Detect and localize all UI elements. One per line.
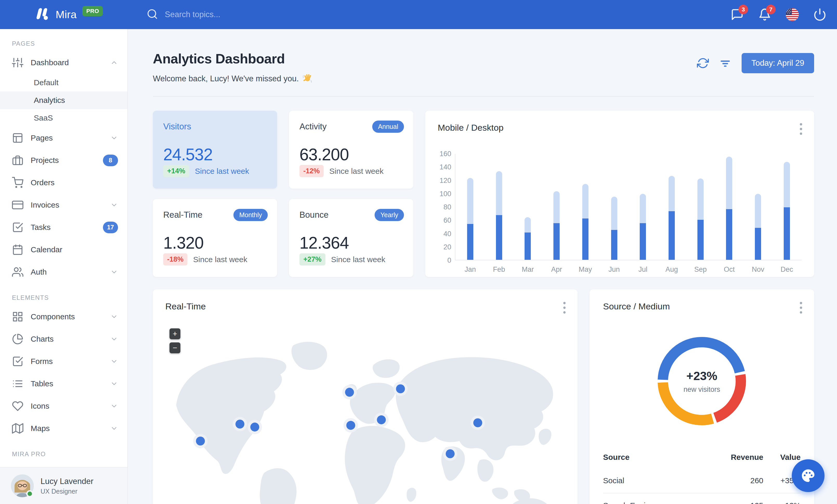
map-marker[interactable] — [377, 415, 386, 424]
sidebar-item-orders[interactable]: Orders — [0, 171, 127, 194]
stat-delta-chip: -12% — [300, 165, 324, 177]
brand[interactable]: Mira PRO — [0, 6, 128, 23]
sidebar-item-projects[interactable]: Projects8 — [0, 149, 127, 171]
sidebar-item-components[interactable]: Components — [0, 305, 127, 328]
theme-settings-fab[interactable] — [792, 459, 824, 492]
chevron-down-icon — [110, 402, 118, 410]
bar-segment-mobile — [669, 211, 675, 260]
search-bar — [147, 8, 730, 21]
x-axis-label: Feb — [493, 265, 505, 274]
wave-emoji-icon — [302, 73, 312, 85]
user-name: Lucy Lavender — [40, 477, 93, 486]
sidebar-subitem-default[interactable]: Default — [0, 74, 127, 91]
sidebar-item-tables[interactable]: Tables — [0, 373, 127, 395]
map-menu-kebab-icon[interactable] — [563, 302, 566, 314]
sidebar-item-label: Invoices — [31, 201, 110, 209]
notifications-count-badge: 7 — [766, 5, 776, 14]
messages-button[interactable]: 3 — [730, 8, 744, 21]
stat-delta-chip: -18% — [163, 253, 188, 265]
y-axis-tick: 20 — [434, 243, 451, 251]
chevron-down-icon — [110, 357, 118, 365]
stat-caption: Since last week — [330, 167, 384, 175]
stat-cards: Visitors24.532+14%Since last weekActivit… — [153, 111, 413, 277]
power-icon — [813, 8, 826, 21]
check-square-icon — [12, 222, 23, 233]
language-flag-button[interactable] — [785, 8, 799, 21]
sidebar-item-label: Pages — [31, 133, 110, 142]
sidebar-item-charts[interactable]: Charts — [0, 328, 127, 350]
search-input[interactable] — [165, 10, 347, 19]
sidebar-item-auth[interactable]: Auth — [0, 261, 127, 283]
stat-delta-chip: +14% — [163, 165, 189, 177]
logout-button[interactable] — [813, 8, 826, 21]
bar-mar: Mar — [524, 154, 531, 260]
sidebar-item-label: Auth — [31, 267, 110, 276]
world-map[interactable] — [153, 320, 577, 504]
heart-icon — [12, 400, 23, 412]
chevron-down-icon — [110, 313, 118, 321]
page-subtitle: Welcome back, Lucy! We've missed you. — [153, 73, 312, 85]
bar-segment-mobile — [784, 207, 790, 260]
list-icon — [12, 378, 23, 389]
y-axis-tick: 100 — [434, 190, 451, 198]
map-marker[interactable] — [345, 388, 354, 397]
sidebar-item-badge: 17 — [103, 222, 118, 233]
top-navbar: Mira PRO 3 7 — [0, 0, 837, 29]
sidebar-item-pages[interactable]: Pages — [0, 127, 127, 149]
sidebar-user[interactable]: Lucy Lavender UX Designer — [0, 467, 127, 504]
map-zoom-in-button[interactable]: + — [170, 329, 180, 339]
sidebar-subitem-analytics[interactable]: Analytics — [0, 91, 127, 109]
map-marker[interactable] — [235, 419, 244, 428]
map-zoom-out-button[interactable]: − — [170, 342, 180, 353]
sidebar-item-forms[interactable]: Forms — [0, 350, 127, 373]
map-marker[interactable] — [446, 449, 455, 458]
refresh-icon[interactable] — [697, 57, 709, 69]
date-button[interactable]: Today: April 29 — [742, 53, 814, 73]
map-marker[interactable] — [250, 423, 259, 431]
map-icon — [12, 423, 23, 434]
y-axis-tick: 160 — [434, 150, 451, 158]
map-marker[interactable] — [473, 418, 482, 427]
check-square-icon — [12, 356, 23, 367]
us-flag-icon — [785, 7, 799, 22]
bar-segment-mobile — [755, 228, 761, 260]
map-marker[interactable] — [196, 437, 205, 446]
stat-value: 24.532 — [163, 145, 267, 164]
source-menu-kebab-icon[interactable] — [799, 302, 803, 314]
stat-title: Visitors — [163, 122, 267, 131]
filter-icon[interactable] — [719, 57, 731, 69]
bar-segment-desktop — [524, 217, 531, 232]
sidebar-subitem-saas[interactable]: SaaS — [0, 109, 127, 127]
stat-period-badge[interactable]: Monthly — [233, 209, 268, 221]
avatar[interactable] — [11, 474, 34, 497]
sidebar-section-label-elements: ELEMENTS — [12, 294, 127, 301]
bar-may: May — [582, 154, 589, 260]
sidebar-item-calendar[interactable]: Calendar — [0, 239, 127, 261]
sidebar-item-invoices[interactable]: Invoices — [0, 194, 127, 216]
sidebar-item-icons[interactable]: Icons — [0, 395, 127, 417]
sidebar-item-tasks[interactable]: Tasks17 — [0, 216, 127, 239]
page-title: Analytics Dashboard — [153, 51, 312, 67]
bar-segment-mobile — [467, 224, 473, 260]
stat-period-badge[interactable]: Annual — [372, 120, 404, 133]
notifications-button[interactable]: 7 — [758, 8, 771, 21]
sidebar-item-label: Dashboard — [31, 58, 110, 67]
bar-segment-mobile — [640, 223, 646, 260]
chevron-down-icon — [110, 380, 118, 388]
bar-segment-mobile — [553, 223, 560, 260]
bar-apr: Apr — [553, 154, 560, 260]
y-axis-tick: 40 — [434, 230, 451, 238]
map-marker[interactable] — [346, 421, 355, 430]
table-row: Search Engines125-12% — [603, 493, 801, 504]
stat-period-badge[interactable]: Yearly — [375, 209, 404, 221]
source-table: SourceRevenueValue Social260+35%Search E… — [603, 448, 801, 504]
map-landmass — [291, 342, 327, 370]
layout-icon — [12, 132, 23, 144]
sidebar-item-dashboard[interactable]: Dashboard — [0, 52, 127, 74]
bar-jul: Jul — [639, 154, 646, 260]
bar-nov: Nov — [754, 154, 761, 260]
sidebar-item-maps[interactable]: Maps — [0, 417, 127, 440]
chevron-down-icon — [110, 134, 118, 142]
map-marker[interactable] — [396, 385, 405, 393]
sidebar-section-label-pages: PAGES — [12, 40, 127, 47]
